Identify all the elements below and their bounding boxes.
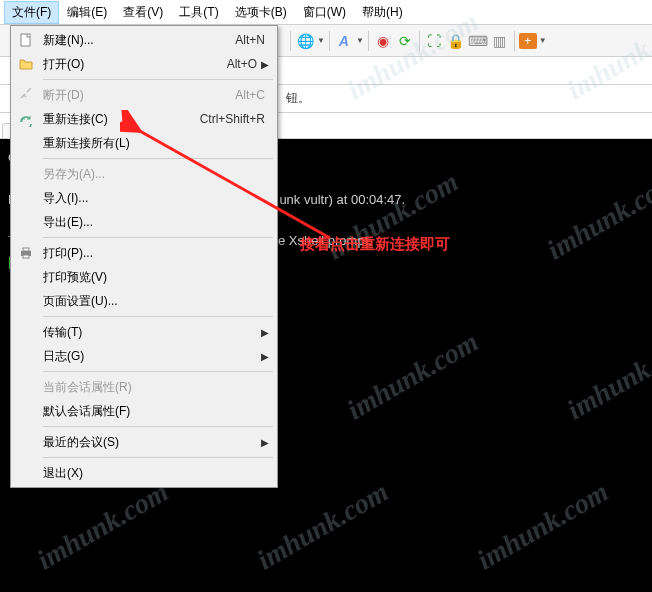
blank-icon [15,164,37,184]
menu-window[interactable]: 窗口(W) [295,1,354,24]
refresh-icon[interactable]: ⟳ [395,31,415,51]
menu-separator [43,158,273,159]
menu-item-label: 导出(E)... [37,214,269,231]
svg-rect-3 [23,255,29,258]
menu-edit[interactable]: 编辑(E) [59,1,115,24]
blank-icon [15,377,37,397]
blank-icon [15,401,37,421]
menu-item: 当前会话属性(R) [13,375,275,399]
submenu-arrow-icon: ▶ [261,59,269,70]
menu-tabs[interactable]: 选项卡(B) [227,1,295,24]
open-icon [15,54,37,74]
menu-separator [43,237,273,238]
menu-item-label: 打开(O) [37,56,227,73]
menu-item[interactable]: 打印(P)... [13,241,275,265]
menu-item-label: 导入(I)... [37,190,269,207]
menu-item[interactable]: 页面设置(U)... [13,289,275,313]
font-icon[interactable]: A [334,31,354,51]
blank-icon [15,432,37,452]
menu-item-label: 默认会话属性(F) [37,403,269,420]
menu-item[interactable]: 重新连接所有(L) [13,131,275,155]
submenu-arrow-icon: ▶ [261,327,269,338]
menu-item-label: 最近的会议(S) [37,434,261,451]
menu-item[interactable]: 重新连接(C)Ctrl+Shift+R [13,107,275,131]
menu-item[interactable]: 最近的会议(S)▶ [13,430,275,454]
menu-item: 断开(D)Alt+C [13,83,275,107]
menu-item: 另存为(A)... [13,162,275,186]
menu-item[interactable]: 日志(G)▶ [13,344,275,368]
menu-item-label: 重新连接(C) [37,111,200,128]
menu-item[interactable]: 导入(I)... [13,186,275,210]
new-icon [15,30,37,50]
blank-icon [15,346,37,366]
print-icon [15,243,37,263]
menu-item[interactable]: 默认会话属性(F) [13,399,275,423]
submenu-arrow-icon: ▶ [261,437,269,448]
menu-tools[interactable]: 工具(T) [171,1,226,24]
menu-separator [43,426,273,427]
menu-item[interactable]: 导出(E)... [13,210,275,234]
blank-icon [15,212,37,232]
menu-separator [43,371,273,372]
blank-icon [15,133,37,153]
keyboard-icon[interactable]: ⌨ [468,31,488,51]
menu-item-label: 另存为(A)... [37,166,269,183]
menu-item-label: 退出(X) [37,465,269,482]
blank-icon [15,463,37,483]
menu-view[interactable]: 查看(V) [115,1,171,24]
menu-item-label: 日志(G) [37,348,261,365]
blank-icon [15,188,37,208]
menu-item-label: 打印预览(V) [37,269,269,286]
reconnect-icon [15,109,37,129]
separator [329,31,330,51]
menubar: 文件(F) 编辑(E) 查看(V) 工具(T) 选项卡(B) 窗口(W) 帮助(… [0,0,652,25]
add-icon[interactable]: + [519,33,537,49]
menu-item[interactable]: 传输(T)▶ [13,320,275,344]
blank-icon [15,291,37,311]
submenu-arrow-icon: ▶ [261,351,269,362]
separator [290,31,291,51]
menu-item[interactable]: 打开(O)Alt+O▶ [13,52,275,76]
menu-separator [43,79,273,80]
menu-item[interactable]: 打印预览(V) [13,265,275,289]
menu-shortcut: Alt+O [227,57,261,71]
svg-rect-0 [21,34,30,46]
menu-shortcut: Alt+C [235,88,269,102]
tag-icon[interactable]: ▥ [490,31,510,51]
lock-icon[interactable]: 🔒 [446,31,466,51]
menu-shortcut: Ctrl+Shift+R [200,112,269,126]
menu-help[interactable]: 帮助(H) [354,1,411,24]
menu-item-label: 传输(T) [37,324,261,341]
expand-icon[interactable]: ⛶ [424,31,444,51]
menu-separator [43,457,273,458]
menu-item-label: 断开(D) [37,87,235,104]
separator [419,31,420,51]
separator [368,31,369,51]
svg-rect-2 [23,248,29,251]
separator [514,31,515,51]
file-dropdown-menu: 新建(N)...Alt+N打开(O)Alt+O▶断开(D)Alt+C重新连接(C… [10,25,278,488]
menu-item-label: 打印(P)... [37,245,269,262]
swirl-icon[interactable]: ◉ [373,31,393,51]
blank-icon [15,322,37,342]
annotation-text: 接着点击重新连接即可 [300,235,450,254]
menu-item[interactable]: 新建(N)...Alt+N [13,28,275,52]
menu-item-label: 重新连接所有(L) [37,135,269,152]
blank-icon [15,267,37,287]
menu-shortcut: Alt+N [235,33,269,47]
menu-item-label: 当前会话属性(R) [37,379,269,396]
menu-item[interactable]: 退出(X) [13,461,275,485]
globe-icon[interactable]: 🌐 [295,31,315,51]
menu-item-label: 新建(N)... [37,32,235,49]
menu-item-label: 页面设置(U)... [37,293,269,310]
menu-file[interactable]: 文件(F) [4,1,59,24]
menu-separator [43,316,273,317]
disconnect-icon [15,85,37,105]
